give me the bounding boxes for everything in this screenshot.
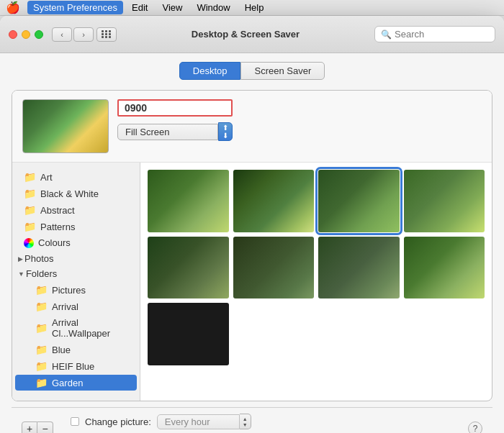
folder-icon: 📁 bbox=[35, 360, 48, 372]
sidebar-item-colours[interactable]: Colours bbox=[15, 235, 137, 250]
menubar-help[interactable]: Help bbox=[239, 1, 270, 14]
chevron-down-icon: ▼ bbox=[18, 270, 24, 278]
photo-cell-8[interactable] bbox=[404, 237, 485, 299]
folder-icon: 📁 bbox=[24, 221, 36, 232]
folder-icon: 📁 bbox=[24, 171, 36, 183]
search-box: 🔍 bbox=[374, 26, 495, 42]
top-section: 0900 Fill Screen ⬆⬇ bbox=[12, 91, 492, 163]
photo-cell-7[interactable] bbox=[318, 237, 400, 299]
fill-select[interactable]: Fill Screen bbox=[117, 124, 218, 140]
sidebar-label-art: Art bbox=[40, 172, 53, 183]
sidebar: 📁 Art 📁 Black & White 📁 Abstract 📁 Patte… bbox=[12, 163, 140, 401]
colors-icon bbox=[24, 238, 34, 248]
change-picture-checkbox[interactable] bbox=[71, 417, 79, 426]
sidebar-label-bw: Black & White bbox=[40, 188, 99, 199]
sidebar-item-photos[interactable]: ▶ Photos bbox=[12, 251, 140, 266]
interval-value: Every hour bbox=[165, 416, 210, 427]
sidebar-label-folders: Folders bbox=[26, 268, 57, 279]
sidebar-item-folders[interactable]: ▼ Folders bbox=[12, 266, 140, 281]
menubar: 🍎 System Preferences Edit View Window He… bbox=[0, 0, 504, 16]
sidebar-item-pictures[interactable]: 📁 Pictures bbox=[15, 282, 137, 298]
menubar-system-preferences[interactable]: System Preferences bbox=[27, 1, 123, 14]
desktop-preview bbox=[22, 99, 109, 153]
interval-select-arrow[interactable]: ▲ ▼ bbox=[240, 414, 251, 429]
remove-button[interactable]: − bbox=[37, 421, 53, 434]
minimize-button[interactable] bbox=[22, 30, 30, 39]
nav-buttons: ‹ › bbox=[52, 27, 94, 42]
sidebar-item-garden[interactable]: 📁 Garden bbox=[15, 375, 137, 391]
content-area: Desktop Screen Saver 0900 Fill Screen ⬆⬇ bbox=[0, 53, 504, 433]
change-picture-row: Change picture: Every hour ▲ ▼ bbox=[71, 414, 251, 429]
window: ‹ › Desktop & Screen Saver 🔍 Desktop Scr… bbox=[0, 16, 504, 433]
add-remove-buttons: + − bbox=[22, 421, 53, 434]
menubar-edit[interactable]: Edit bbox=[126, 1, 153, 14]
apple-menu[interactable]: 🍎 bbox=[6, 1, 20, 14]
change-picture-label: Change picture: bbox=[85, 416, 151, 427]
sidebar-item-arrival-cl[interactable]: 📁 Arrival Cl...Wallpaper bbox=[15, 315, 137, 341]
sidebar-label-colours: Colours bbox=[38, 237, 71, 248]
sidebar-label-arrival: Arrival bbox=[52, 301, 78, 312]
sidebar-label-arrival-cl: Arrival Cl...Wallpaper bbox=[52, 317, 128, 339]
search-input[interactable] bbox=[395, 29, 481, 40]
split-panel: 📁 Art 📁 Black & White 📁 Abstract 📁 Patte… bbox=[12, 163, 492, 401]
help-button[interactable]: ? bbox=[468, 421, 482, 434]
sidebar-label-blue: Blue bbox=[52, 345, 71, 355]
folder-icon: 📁 bbox=[35, 322, 48, 334]
maximize-button[interactable] bbox=[35, 30, 43, 39]
photo-cell-5[interactable] bbox=[148, 237, 229, 299]
grid-view-button[interactable] bbox=[96, 27, 117, 42]
menubar-window[interactable]: Window bbox=[191, 1, 235, 14]
search-icon: 🔍 bbox=[381, 29, 392, 40]
sidebar-item-arrival[interactable]: 📁 Arrival bbox=[15, 298, 137, 314]
traffic-lights bbox=[9, 30, 43, 39]
tab-screen-saver[interactable]: Screen Saver bbox=[240, 62, 325, 80]
photo-cell-3[interactable] bbox=[318, 170, 400, 232]
sidebar-label-abstract: Abstract bbox=[40, 205, 75, 216]
main-panel: 0900 Fill Screen ⬆⬇ 📁 Art bbox=[12, 90, 492, 401]
sidebar-label-patterns: Patterns bbox=[40, 222, 75, 232]
back-button[interactable]: ‹ bbox=[52, 27, 72, 42]
folder-icon: 📁 bbox=[35, 301, 48, 312]
titlebar: ‹ › Desktop & Screen Saver 🔍 bbox=[0, 16, 504, 53]
grid-icon bbox=[102, 30, 112, 38]
close-button[interactable] bbox=[9, 30, 17, 39]
sidebar-label-photos: Photos bbox=[24, 253, 53, 264]
chevron-right-icon: ▶ bbox=[18, 255, 23, 263]
controls-area: 0900 Fill Screen ⬆⬇ bbox=[117, 99, 233, 141]
sidebar-item-blue[interactable]: 📁 Blue bbox=[15, 342, 137, 357]
tab-desktop[interactable]: Desktop bbox=[179, 62, 241, 80]
fill-select-container: Fill Screen ⬆⬇ bbox=[117, 122, 233, 141]
sidebar-item-abstract[interactable]: 📁 Abstract bbox=[15, 202, 137, 218]
interval-select-container: Every hour ▲ ▼ bbox=[157, 414, 251, 429]
tabs: Desktop Screen Saver bbox=[12, 62, 492, 80]
add-button[interactable]: + bbox=[22, 421, 37, 434]
photo-cell-6[interactable] bbox=[233, 237, 315, 299]
sidebar-item-black-white[interactable]: 📁 Black & White bbox=[15, 186, 137, 201]
window-title: Desktop & Screen Saver bbox=[117, 29, 374, 40]
sidebar-item-art[interactable]: 📁 Art bbox=[15, 169, 137, 185]
forward-button[interactable]: › bbox=[73, 27, 94, 42]
folder-icon: 📁 bbox=[35, 284, 48, 296]
sidebar-label-garden: Garden bbox=[52, 378, 83, 388]
folder-icon: 📁 bbox=[24, 204, 36, 216]
fill-select-arrow[interactable]: ⬆⬇ bbox=[218, 122, 233, 141]
folder-icon: 📁 bbox=[24, 188, 36, 199]
sidebar-label-pictures: Pictures bbox=[52, 285, 86, 296]
photo-cell-empty[interactable] bbox=[148, 303, 229, 365]
bottom-bar: + − Change picture: Every hour ▲ ▼ bbox=[12, 407, 492, 433]
sidebar-label-heif-blue: HEIF Blue bbox=[52, 361, 94, 372]
photo-cell-4[interactable] bbox=[404, 170, 485, 232]
folder-icon: 📁 bbox=[35, 377, 48, 388]
photo-cell-2[interactable] bbox=[233, 170, 315, 232]
folder-icon: 📁 bbox=[35, 344, 48, 355]
photo-cell-1[interactable] bbox=[148, 170, 229, 232]
photo-grid bbox=[140, 163, 492, 401]
menubar-view[interactable]: View bbox=[156, 1, 188, 14]
image-code-badge: 0900 bbox=[117, 99, 233, 117]
sidebar-item-patterns[interactable]: 📁 Patterns bbox=[15, 219, 137, 234]
sidebar-item-heif-blue[interactable]: 📁 HEIF Blue bbox=[15, 358, 137, 374]
